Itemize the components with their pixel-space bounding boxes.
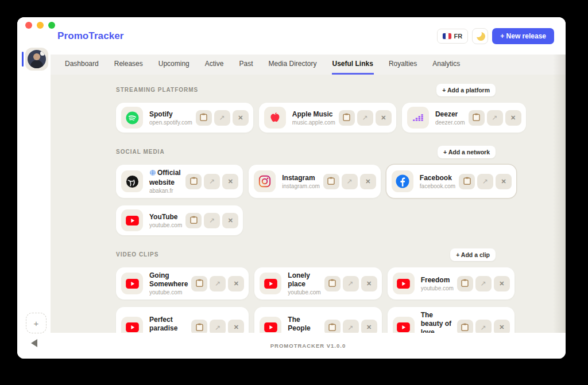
delete-button[interactable]: ✕	[376, 110, 392, 126]
copy-icon	[463, 177, 471, 186]
tab-media-directory[interactable]: Media Directory	[268, 55, 317, 75]
delete-button[interactable]: ✕	[228, 276, 244, 291]
link-card-the-beauty-of-love: The beauty of loveyoutube.com↗✕	[388, 307, 514, 333]
delete-icon: ✕	[381, 114, 386, 122]
moon-icon	[477, 32, 485, 41]
youtube-icon	[260, 317, 281, 333]
open-button[interactable]: ↗	[342, 174, 358, 189]
app-window: + PromoTracker FR + New release Dashboar…	[17, 17, 566, 359]
copy-button[interactable]	[196, 110, 212, 126]
open-link-icon: ↗	[348, 324, 354, 332]
french-flag-icon	[443, 33, 451, 39]
add-a-network-button[interactable]: + Add a network	[438, 146, 496, 158]
delete-button[interactable]: ✕	[494, 320, 510, 333]
new-release-button[interactable]: + New release	[492, 28, 554, 44]
delete-button[interactable]: ✕	[496, 174, 512, 189]
link-title: The beauty of love	[421, 311, 454, 333]
close-window-button[interactable]	[25, 22, 32, 29]
open-link-icon: ↗	[209, 177, 215, 185]
add-a-clip-button[interactable]: + Add a clip	[450, 248, 496, 261]
open-link-icon: ↗	[481, 324, 486, 332]
collapse-sidebar-button[interactable]	[31, 339, 37, 347]
copy-button[interactable]	[323, 174, 339, 189]
copy-button[interactable]	[459, 174, 475, 189]
open-button[interactable]: ↗	[487, 110, 503, 126]
app-footer: PROMOTRACKER V1.0.0	[51, 333, 566, 359]
delete-button[interactable]: ✕	[494, 276, 510, 291]
dark-mode-toggle[interactable]	[472, 28, 488, 44]
open-button[interactable]: ↗	[343, 320, 359, 333]
copy-button[interactable]	[457, 320, 473, 333]
link-title: Lonely place	[288, 271, 320, 289]
minimize-window-button[interactable]	[37, 22, 44, 29]
copy-button[interactable]	[324, 276, 341, 291]
open-button[interactable]: ↗	[475, 276, 492, 291]
link-title: Perfect paradise	[149, 316, 188, 333]
tab-dashboard[interactable]: Dashboard	[64, 55, 99, 75]
open-button[interactable]: ↗	[210, 276, 226, 291]
window-controls	[25, 22, 55, 29]
delete-button[interactable]: ✕	[233, 110, 249, 126]
link-card-freedom: Freedomyoutube.com↗✕	[388, 267, 514, 300]
open-button[interactable]: ↗	[204, 213, 220, 228]
youtube-icon	[393, 273, 415, 294]
delete-button[interactable]: ✕	[505, 110, 521, 126]
delete-icon: ✕	[234, 324, 239, 331]
language-button[interactable]: FR	[437, 29, 469, 44]
tab-releases[interactable]: Releases	[114, 55, 144, 75]
add-profile-button[interactable]: +	[26, 313, 47, 333]
tab-active[interactable]: Active	[204, 55, 225, 75]
delete-icon: ✕	[366, 324, 372, 331]
tab-analytics[interactable]: Analytics	[432, 55, 461, 75]
delete-button[interactable]: ✕	[228, 320, 244, 333]
profile-avatar[interactable]	[25, 48, 48, 71]
deezer-icon	[407, 107, 429, 129]
copy-button[interactable]	[457, 276, 473, 291]
copy-button[interactable]	[191, 320, 207, 333]
delete-icon: ✕	[366, 280, 372, 287]
zoom-window-button[interactable]	[48, 22, 55, 29]
link-url: youtube.com	[149, 289, 188, 295]
delete-button[interactable]: ✕	[222, 213, 238, 228]
open-button[interactable]: ↗	[357, 110, 373, 126]
open-button[interactable]: ↗	[475, 320, 492, 333]
tab-royalties[interactable]: Royalties	[388, 55, 417, 75]
content-sections: STREAMING PLATFORMS+ Add a platformSpoti…	[51, 75, 566, 333]
nav-tabs: DashboardReleasesUpcomingActivePastMedia…	[51, 55, 566, 75]
copy-icon	[343, 113, 350, 122]
copy-button[interactable]	[185, 213, 202, 228]
delete-button[interactable]: ✕	[361, 276, 377, 291]
open-button[interactable]: ↗	[477, 174, 493, 189]
avatar	[28, 50, 46, 68]
tab-useful-links[interactable]: Useful Links	[332, 55, 374, 75]
tab-past[interactable]: Past	[238, 55, 253, 75]
section-video-clips: VIDEO CLIPS+ Add a clipGoing Somewhereyo…	[116, 248, 496, 333]
link-card-facebook: Facebookfacebook.com↗✕	[386, 165, 516, 198]
delete-button[interactable]: ✕	[360, 174, 376, 189]
link-title: Going Somewhere	[149, 271, 188, 289]
open-button[interactable]: ↗	[214, 110, 230, 126]
delete-button[interactable]: ✕	[222, 174, 238, 189]
delete-button[interactable]: ✕	[361, 320, 377, 333]
open-link-icon: ↗	[481, 279, 486, 287]
copy-icon	[190, 216, 198, 225]
tab-upcoming[interactable]: Upcoming	[158, 55, 190, 75]
copy-button[interactable]	[469, 110, 485, 126]
copy-icon	[461, 279, 469, 288]
copy-button[interactable]	[191, 276, 207, 291]
copy-button[interactable]	[185, 174, 202, 189]
copy-button[interactable]	[339, 110, 355, 126]
open-button[interactable]: ↗	[210, 320, 226, 333]
copy-icon	[196, 323, 203, 332]
link-url: instagram.com	[282, 183, 320, 189]
language-label: FR	[454, 33, 463, 40]
copy-button[interactable]	[324, 320, 341, 333]
link-title: Deezer	[435, 110, 465, 119]
add-a-platform-button[interactable]: + Add a platform	[436, 84, 496, 96]
open-button[interactable]: ↗	[343, 276, 359, 291]
open-button[interactable]: ↗	[204, 174, 220, 189]
youtube-icon	[260, 273, 281, 294]
open-link-icon: ↗	[209, 216, 215, 224]
link-title: YouTube	[149, 213, 182, 221]
section-title: VIDEO CLIPS	[116, 251, 158, 258]
